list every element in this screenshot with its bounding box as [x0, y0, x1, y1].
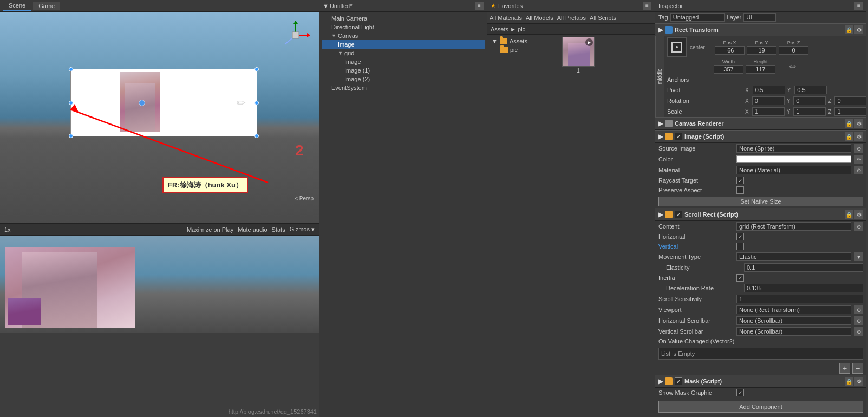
mask-enabled-checkbox[interactable] — [675, 377, 682, 385]
tag-dropdown[interactable]: Untagged — [670, 13, 725, 22]
tag-layer-row: Tag Untagged Layer UI — [655, 12, 866, 23]
raycast-target-checkbox[interactable] — [736, 177, 744, 184]
scroll-sensitivity-input[interactable] — [736, 295, 863, 303]
fav-all-scripts[interactable]: All Scripts — [590, 15, 616, 21]
corner-handle-bl[interactable] — [69, 134, 73, 138]
vertical-checkbox[interactable] — [736, 243, 744, 250]
corner-handle-br[interactable] — [254, 134, 259, 138]
stretch-btn[interactable]: ⇔ — [778, 59, 807, 74]
elasticity-input[interactable] — [744, 263, 863, 272]
color-swatch[interactable] — [736, 155, 851, 163]
inspector-scroll[interactable]: Tag Untagged Layer UI ▶ Rect Transform 🔒… — [655, 12, 866, 417]
inspector-menu-btn[interactable]: ≡ — [854, 2, 863, 10]
add-event-btn[interactable]: + — [839, 363, 850, 374]
layer-dropdown[interactable]: UI — [743, 13, 776, 22]
fav-all-models[interactable]: All Models — [526, 15, 553, 21]
assets-folder-root[interactable]: ▼ Assets — [490, 37, 560, 45]
scroll-rect-header: ▶ Scroll Rect (Script) 🔒 ⚙ — [655, 208, 866, 221]
scene-view[interactable]: ✏ < Persp — [0, 12, 319, 223]
corner-handle-tr[interactable] — [254, 67, 259, 71]
movement-type-value[interactable]: Elastic — [736, 252, 851, 261]
remove-event-btn[interactable]: − — [852, 363, 863, 374]
scale-z-input[interactable] — [834, 107, 866, 116]
scale-x-input[interactable] — [752, 107, 785, 116]
content-value[interactable]: grid (Rect Transform) — [736, 222, 851, 231]
hierarchy-item-directional-light[interactable]: Directional Light — [322, 23, 485, 31]
hierarchy-item-canvas[interactable]: ▼ Canvas — [322, 31, 485, 40]
viewport-picker-btn[interactable]: ⊙ — [854, 305, 863, 314]
component-gear-btn2[interactable]: ⚙ — [854, 119, 863, 128]
bottom-scene-view[interactable] — [0, 235, 319, 333]
rotation-z-input[interactable] — [834, 96, 866, 105]
color-picker-btn[interactable]: ✏ — [854, 155, 863, 164]
component-gear-btn4[interactable]: ⚙ — [854, 210, 863, 219]
rotation-y-input[interactable] — [793, 96, 826, 105]
source-image-value[interactable]: None (Sprite) — [736, 144, 851, 153]
h-scrollbar-picker-btn[interactable]: ⊙ — [854, 316, 863, 325]
corner-handle-ml[interactable] — [69, 101, 73, 105]
preserve-aspect-checkbox[interactable] — [736, 186, 744, 194]
content-picker-btn[interactable]: ⊙ — [854, 222, 863, 231]
pivot-x-input[interactable] — [753, 86, 785, 94]
deceleration-rate-input[interactable] — [744, 284, 863, 292]
posy-input[interactable] — [747, 46, 776, 55]
mute-audio-btn[interactable]: Mute audio — [238, 226, 267, 233]
v-scrollbar-picker-btn[interactable]: ⊙ — [854, 327, 863, 336]
rotation-x-input[interactable] — [752, 96, 785, 105]
hierarchy-item-event-system[interactable]: EventSystem — [322, 83, 485, 92]
component-lock-btn[interactable]: 🔒 — [845, 25, 853, 34]
height-input[interactable] — [746, 65, 775, 74]
project-menu-btn[interactable]: ≡ — [643, 2, 651, 10]
item-label: grid — [344, 50, 354, 56]
tab-game[interactable]: Game — [33, 2, 60, 10]
fav-all-materials[interactable]: All Materials — [490, 15, 522, 21]
component-gear-btn[interactable]: ⚙ — [854, 25, 863, 34]
stats-btn[interactable]: Stats — [272, 226, 285, 233]
component-gear-btn3[interactable]: ⚙ — [854, 132, 863, 141]
hierarchy-menu-btn[interactable]: ≡ — [475, 2, 484, 10]
set-native-size-btn[interactable]: Set Native Size — [658, 197, 863, 206]
posx-input[interactable] — [715, 46, 745, 55]
inertia-checkbox[interactable] — [736, 274, 744, 282]
stretch-icon: ⇔ — [789, 61, 796, 71]
maximize-on-play-btn[interactable]: Maximize on Play — [187, 226, 233, 233]
source-image-picker-btn[interactable]: ⊙ — [854, 144, 863, 153]
material-value[interactable]: None (Material) — [736, 166, 851, 174]
corner-handle-tl[interactable] — [69, 67, 73, 71]
viewport-value[interactable]: None (Rect Transform) — [736, 305, 851, 314]
scene-image-box[interactable]: ✏ — [70, 69, 257, 136]
component-gear-btn5[interactable]: ⚙ — [854, 377, 863, 386]
movement-type-picker-btn[interactable]: ▼ — [854, 252, 863, 261]
pic-folder[interactable]: pic — [498, 45, 560, 54]
v-scrollbar-value[interactable]: None (Scrollbar) — [736, 327, 851, 336]
preserve-aspect-row: Preserve Aspect — [655, 185, 866, 195]
fav-all-prefabs[interactable]: All Prefabs — [557, 15, 586, 21]
hierarchy-item-image2[interactable]: Image (2) — [322, 75, 485, 83]
component-lock-btn3[interactable]: 🔒 — [845, 132, 853, 141]
hierarchy-item-image-child[interactable]: Image — [322, 57, 485, 66]
component-lock-btn4[interactable]: 🔒 — [845, 210, 853, 219]
h-scrollbar-value[interactable]: None (Scrollbar) — [736, 316, 851, 325]
hierarchy-item-image[interactable]: Image — [322, 40, 485, 49]
corner-handle-mr[interactable] — [254, 101, 259, 105]
gizmos-btn[interactable]: Gizmos ▾ — [290, 226, 315, 233]
show-mask-checkbox[interactable] — [736, 389, 744, 396]
thumbnail-item[interactable]: ▶ 1 — [562, 37, 595, 74]
movement-type-row: Movement Type Elastic ▼ — [655, 251, 866, 262]
width-input[interactable] — [714, 65, 743, 74]
hierarchy-item-image1[interactable]: Image (1) — [322, 66, 485, 75]
add-component-btn[interactable]: Add Component — [658, 401, 863, 413]
tab-scene[interactable]: Scene — [3, 1, 31, 11]
hierarchy-item-grid[interactable]: ▼ grid — [322, 49, 485, 57]
horizontal-checkbox[interactable] — [736, 233, 744, 240]
image-enabled-checkbox[interactable] — [675, 133, 682, 140]
component-lock-btn2[interactable]: 🔒 — [845, 119, 853, 128]
scroll-rect-enabled-checkbox[interactable] — [675, 211, 682, 218]
scale-y-input[interactable] — [793, 107, 826, 116]
material-picker-btn[interactable]: ⊙ — [854, 166, 863, 174]
hierarchy-item-main-camera[interactable]: Main Camera — [322, 14, 485, 23]
posz-input[interactable] — [779, 46, 808, 55]
pivot-y-input[interactable] — [794, 86, 827, 94]
anchor-widget[interactable] — [667, 37, 687, 57]
component-lock-btn5[interactable]: 🔒 — [845, 377, 853, 386]
